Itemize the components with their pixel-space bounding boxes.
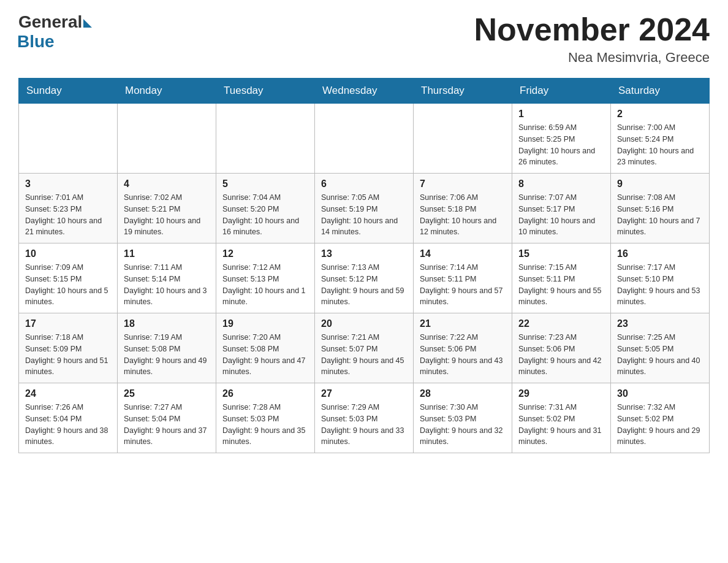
day-info: Sunrise: 7:04 AMSunset: 5:20 PMDaylight:… [222,192,308,238]
day-of-week-header: Monday [118,79,216,104]
calendar-week-row: 1Sunrise: 6:59 AMSunset: 5:25 PMDaylight… [19,104,710,174]
day-info: Sunrise: 7:20 AMSunset: 5:08 PMDaylight:… [222,332,308,378]
day-number: 21 [420,318,506,329]
calendar-cell: 1Sunrise: 6:59 AMSunset: 5:25 PMDaylight… [512,104,611,174]
day-info: Sunrise: 7:15 AMSunset: 5:11 PMDaylight:… [518,262,604,308]
day-info: Sunrise: 7:22 AMSunset: 5:06 PMDaylight:… [420,332,506,378]
calendar-cell: 26Sunrise: 7:28 AMSunset: 5:03 PMDayligh… [216,383,315,453]
calendar-cell: 7Sunrise: 7:06 AMSunset: 5:18 PMDaylight… [414,174,512,243]
day-number: 25 [124,388,210,399]
day-info: Sunrise: 7:23 AMSunset: 5:06 PMDaylight:… [518,332,604,378]
location: Nea Mesimvria, Greece [474,50,710,66]
calendar-cell: 13Sunrise: 7:13 AMSunset: 5:12 PMDayligh… [315,243,414,313]
calendar-cell: 27Sunrise: 7:29 AMSunset: 5:03 PMDayligh… [315,383,414,453]
calendar-cell: 23Sunrise: 7:25 AMSunset: 5:05 PMDayligh… [611,313,710,383]
month-title: November 2024 [474,12,710,47]
day-of-week-header: Friday [512,79,611,104]
day-info: Sunrise: 7:29 AMSunset: 5:03 PMDaylight:… [321,402,407,448]
day-info: Sunrise: 7:30 AMSunset: 5:03 PMDaylight:… [420,402,506,448]
calendar-cell: 8Sunrise: 7:07 AMSunset: 5:17 PMDaylight… [512,174,611,243]
calendar-week-row: 17Sunrise: 7:18 AMSunset: 5:09 PMDayligh… [19,313,710,383]
day-number: 7 [420,178,506,190]
day-number: 16 [617,248,703,259]
day-info: Sunrise: 7:07 AMSunset: 5:17 PMDaylight:… [518,192,604,238]
calendar-cell: 5Sunrise: 7:04 AMSunset: 5:20 PMDaylight… [216,174,315,243]
calendar-week-row: 3Sunrise: 7:01 AMSunset: 5:23 PMDaylight… [19,174,710,243]
calendar-cell: 6Sunrise: 7:05 AMSunset: 5:19 PMDaylight… [315,174,414,243]
calendar-table: SundayMondayTuesdayWednesdayThursdayFrid… [18,78,710,453]
day-number: 17 [25,318,111,329]
day-number: 11 [124,248,210,259]
logo-general-text: General [18,12,82,32]
calendar-cell: 4Sunrise: 7:02 AMSunset: 5:21 PMDaylight… [118,174,216,243]
day-info: Sunrise: 7:18 AMSunset: 5:09 PMDaylight:… [25,332,111,378]
day-info: Sunrise: 7:08 AMSunset: 5:16 PMDaylight:… [617,192,703,238]
calendar-cell: 19Sunrise: 7:20 AMSunset: 5:08 PMDayligh… [216,313,315,383]
day-info: Sunrise: 7:25 AMSunset: 5:05 PMDaylight:… [617,332,703,378]
day-of-week-header: Saturday [611,79,710,104]
calendar-cell: 28Sunrise: 7:30 AMSunset: 5:03 PMDayligh… [414,383,512,453]
calendar-cell: 21Sunrise: 7:22 AMSunset: 5:06 PMDayligh… [414,313,512,383]
day-of-week-header: Sunday [19,79,118,104]
calendar-cell [118,104,216,174]
day-info: Sunrise: 6:59 AMSunset: 5:25 PMDaylight:… [518,122,604,168]
calendar-cell: 10Sunrise: 7:09 AMSunset: 5:15 PMDayligh… [19,243,118,313]
calendar-week-row: 24Sunrise: 7:26 AMSunset: 5:04 PMDayligh… [19,383,710,453]
page-header: General Blue November 2024 Nea Mesimvria… [18,12,710,66]
calendar-cell: 11Sunrise: 7:11 AMSunset: 5:14 PMDayligh… [118,243,216,313]
day-number: 29 [518,388,604,399]
day-number: 20 [321,318,407,329]
day-info: Sunrise: 7:01 AMSunset: 5:23 PMDaylight:… [25,192,111,238]
day-number: 9 [617,178,703,190]
day-info: Sunrise: 7:28 AMSunset: 5:03 PMDaylight:… [222,402,308,448]
day-info: Sunrise: 7:31 AMSunset: 5:02 PMDaylight:… [518,402,604,448]
calendar-cell: 22Sunrise: 7:23 AMSunset: 5:06 PMDayligh… [512,313,611,383]
calendar-cell: 12Sunrise: 7:12 AMSunset: 5:13 PMDayligh… [216,243,315,313]
calendar-cell: 20Sunrise: 7:21 AMSunset: 5:07 PMDayligh… [315,313,414,383]
day-info: Sunrise: 7:05 AMSunset: 5:19 PMDaylight:… [321,192,407,238]
day-number: 28 [420,388,506,399]
day-info: Sunrise: 7:12 AMSunset: 5:13 PMDaylight:… [222,262,308,308]
calendar-header-row: SundayMondayTuesdayWednesdayThursdayFrid… [19,79,710,104]
day-info: Sunrise: 7:19 AMSunset: 5:08 PMDaylight:… [124,332,210,378]
day-number: 3 [25,178,111,190]
day-info: Sunrise: 7:00 AMSunset: 5:24 PMDaylight:… [617,122,703,168]
calendar-cell: 24Sunrise: 7:26 AMSunset: 5:04 PMDayligh… [19,383,118,453]
day-number: 13 [321,248,407,259]
day-info: Sunrise: 7:02 AMSunset: 5:21 PMDaylight:… [124,192,210,238]
day-number: 26 [222,388,308,399]
day-of-week-header: Thursday [414,79,512,104]
logo-blue-text: Blue [17,32,55,52]
calendar-cell: 15Sunrise: 7:15 AMSunset: 5:11 PMDayligh… [512,243,611,313]
day-of-week-header: Wednesday [315,79,414,104]
day-number: 4 [124,178,210,190]
day-number: 27 [321,388,407,399]
day-info: Sunrise: 7:32 AMSunset: 5:02 PMDaylight:… [617,402,703,448]
calendar-cell [19,104,118,174]
calendar-cell: 29Sunrise: 7:31 AMSunset: 5:02 PMDayligh… [512,383,611,453]
day-number: 5 [222,178,308,190]
day-number: 12 [222,248,308,259]
day-info: Sunrise: 7:13 AMSunset: 5:12 PMDaylight:… [321,262,407,308]
day-number: 30 [617,388,703,399]
day-number: 18 [124,318,210,329]
calendar-cell [216,104,315,174]
day-number: 23 [617,318,703,329]
calendar-cell: 16Sunrise: 7:17 AMSunset: 5:10 PMDayligh… [611,243,710,313]
calendar-cell: 17Sunrise: 7:18 AMSunset: 5:09 PMDayligh… [19,313,118,383]
logo-triangle-icon [83,19,92,28]
day-number: 2 [617,109,703,120]
title-section: November 2024 Nea Mesimvria, Greece [474,12,710,66]
day-number: 22 [518,318,604,329]
day-number: 14 [420,248,506,259]
day-number: 15 [518,248,604,259]
day-number: 19 [222,318,308,329]
day-info: Sunrise: 7:17 AMSunset: 5:10 PMDaylight:… [617,262,703,308]
day-number: 1 [518,109,604,120]
calendar-cell: 30Sunrise: 7:32 AMSunset: 5:02 PMDayligh… [611,383,710,453]
day-info: Sunrise: 7:06 AMSunset: 5:18 PMDaylight:… [420,192,506,238]
calendar-cell: 3Sunrise: 7:01 AMSunset: 5:23 PMDaylight… [19,174,118,243]
calendar-cell: 18Sunrise: 7:19 AMSunset: 5:08 PMDayligh… [118,313,216,383]
day-info: Sunrise: 7:21 AMSunset: 5:07 PMDaylight:… [321,332,407,378]
day-info: Sunrise: 7:09 AMSunset: 5:15 PMDaylight:… [25,262,111,308]
